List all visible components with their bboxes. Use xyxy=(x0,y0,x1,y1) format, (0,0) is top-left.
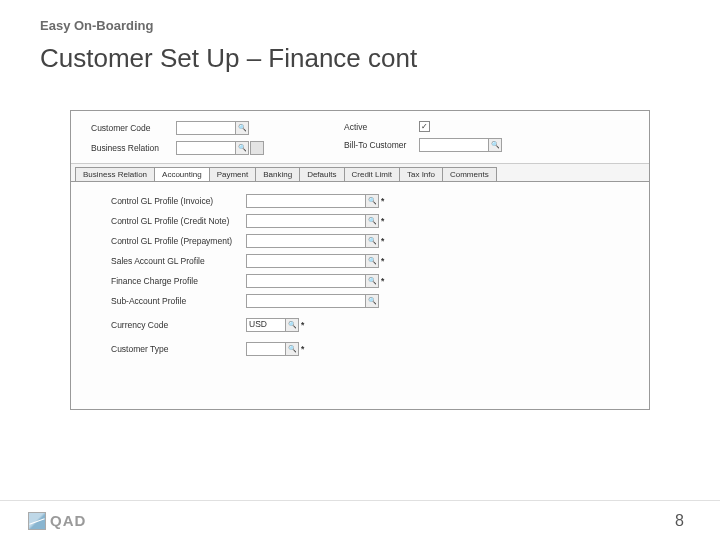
sub-acct-label: Sub-Account Profile xyxy=(111,296,246,306)
currency-input[interactable]: USD xyxy=(246,318,286,332)
business-relation-lookup-icon[interactable]: 🔍 xyxy=(235,141,249,155)
sales-gl-label: Sales Account GL Profile xyxy=(111,256,246,266)
customer-code-input[interactable] xyxy=(176,121,236,135)
tab-banking[interactable]: Banking xyxy=(255,167,300,181)
sub-acct-lookup-icon[interactable]: 🔍 xyxy=(365,294,379,308)
ctrl-invoice-label: Control GL Profile (Invoice) xyxy=(111,196,246,206)
breadcrumb: Easy On-Boarding xyxy=(40,18,680,33)
business-relation-input[interactable] xyxy=(176,141,236,155)
ctrl-cn-input[interactable] xyxy=(246,214,366,228)
page-title: Customer Set Up – Finance cont xyxy=(40,43,680,74)
brand-logo-text: QAD xyxy=(50,512,86,529)
ctrl-cn-lookup-icon[interactable]: 🔍 xyxy=(365,214,379,228)
ctrl-prepay-lookup-icon[interactable]: 🔍 xyxy=(365,234,379,248)
ctrl-invoice-lookup-icon[interactable]: 🔍 xyxy=(365,194,379,208)
ctrl-prepay-input[interactable] xyxy=(246,234,366,248)
tab-accounting[interactable]: Accounting xyxy=(154,167,210,181)
bill-to-input[interactable] xyxy=(419,138,489,152)
cust-type-label: Customer Type xyxy=(111,344,246,354)
brand-logo-icon xyxy=(28,512,46,530)
tab-strip: Business Relation Accounting Payment Ban… xyxy=(71,164,649,182)
currency-label: Currency Code xyxy=(111,320,246,330)
business-relation-disabled-icon xyxy=(250,141,264,155)
bill-to-lookup-icon[interactable]: 🔍 xyxy=(488,138,502,152)
bill-to-label: Bill-To Customer xyxy=(344,140,419,150)
cust-type-input[interactable] xyxy=(246,342,286,356)
tab-tax-info[interactable]: Tax Info xyxy=(399,167,443,181)
ctrl-invoice-input[interactable] xyxy=(246,194,366,208)
active-checkbox[interactable]: ✓ xyxy=(419,121,430,132)
accounting-panel: Control GL Profile (Invoice) 🔍 * Control… xyxy=(71,182,649,366)
required-mark: * xyxy=(381,256,384,266)
fin-charge-label: Finance Charge Profile xyxy=(111,276,246,286)
fin-charge-lookup-icon[interactable]: 🔍 xyxy=(365,274,379,288)
currency-lookup-icon[interactable]: 🔍 xyxy=(285,318,299,332)
sales-gl-input[interactable] xyxy=(246,254,366,268)
tab-comments[interactable]: Comments xyxy=(442,167,497,181)
required-mark: * xyxy=(301,320,304,330)
page-number: 8 xyxy=(675,512,684,530)
fin-charge-input[interactable] xyxy=(246,274,366,288)
required-mark: * xyxy=(301,344,304,354)
tab-payment[interactable]: Payment xyxy=(209,167,257,181)
ctrl-prepay-label: Control GL Profile (Prepayment) xyxy=(111,236,246,246)
customer-code-lookup-icon[interactable]: 🔍 xyxy=(235,121,249,135)
brand-logo: QAD xyxy=(28,512,86,530)
active-label: Active xyxy=(344,122,419,132)
customer-form: Customer Code 🔍 Business Relation 🔍 Acti… xyxy=(70,110,650,410)
cust-type-lookup-icon[interactable]: 🔍 xyxy=(285,342,299,356)
tab-credit-limit[interactable]: Credit Limit xyxy=(344,167,400,181)
sub-acct-input[interactable] xyxy=(246,294,366,308)
required-mark: * xyxy=(381,236,384,246)
customer-code-label: Customer Code xyxy=(91,123,176,133)
required-mark: * xyxy=(381,276,384,286)
required-mark: * xyxy=(381,216,384,226)
sales-gl-lookup-icon[interactable]: 🔍 xyxy=(365,254,379,268)
required-mark: * xyxy=(381,196,384,206)
business-relation-label: Business Relation xyxy=(91,143,176,153)
tab-business-relation[interactable]: Business Relation xyxy=(75,167,155,181)
ctrl-cn-label: Control GL Profile (Credit Note) xyxy=(111,216,246,226)
tab-defaults[interactable]: Defaults xyxy=(299,167,344,181)
